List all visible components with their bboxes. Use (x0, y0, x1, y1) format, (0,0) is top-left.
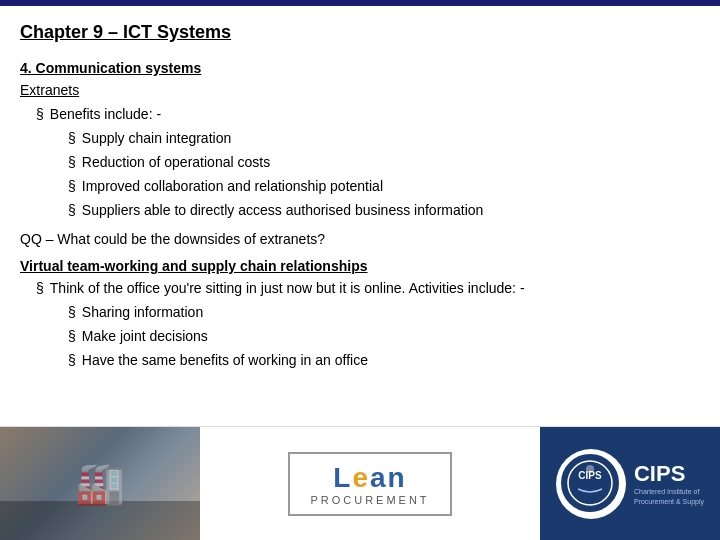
bullet-same-benefits: § Have the same benefits of working in a… (68, 350, 700, 371)
cips-text-area: CIPS Chartered Institute ofProcurement &… (634, 461, 704, 505)
bullet-char-5: § (68, 200, 76, 221)
footer-image-left (0, 427, 200, 541)
section1-heading: 4. Communication systems (20, 60, 201, 76)
bullet-char-1: § (36, 104, 44, 125)
bullet-joint: § Make joint decisions (68, 326, 700, 347)
cips-subtitle-text: Chartered Institute ofProcurement & Supp… (634, 487, 704, 505)
same-benefits-text: Have the same benefits of working in an … (82, 350, 368, 371)
bullet-collaboration: § Improved collaboration and relationshi… (68, 176, 700, 197)
bullet-char-9: § (68, 350, 76, 371)
qq-question: QQ – What could be the downsides of extr… (20, 231, 700, 247)
lean-logo: Lean Procurement (288, 452, 451, 516)
chapter-title: Chapter 9 – ICT Systems (20, 22, 700, 43)
bullet-reduction: § Reduction of operational costs (68, 152, 700, 173)
footer-logo-right: CIPS CIPS Chartered Institute ofProcurem… (540, 427, 720, 541)
lean-e: e (352, 462, 370, 493)
suppliers-text: Suppliers able to directly access author… (82, 200, 484, 221)
lean-a: a (370, 462, 388, 493)
bullet-suppliers: § Suppliers able to directly access auth… (68, 200, 700, 221)
bullet-supply-chain: § Supply chain integration (68, 128, 700, 149)
svg-point-0 (560, 453, 620, 513)
bullet-char-4: § (68, 176, 76, 197)
collaboration-text: Improved collaboration and relationship … (82, 176, 383, 197)
bullet-char-6: § (36, 278, 44, 299)
joint-text: Make joint decisions (82, 326, 208, 347)
think-text: Think of the office you're sitting in ju… (50, 278, 525, 299)
bullet-char-8: § (68, 326, 76, 347)
lean-logo-bottom: Procurement (310, 494, 429, 506)
lean-n: n (388, 462, 407, 493)
bullet-char-3: § (68, 152, 76, 173)
bullet-sharing: § Sharing information (68, 302, 700, 323)
svg-point-3 (586, 465, 594, 473)
lean-l: L (333, 462, 352, 493)
lean-logo-main: Lean (333, 462, 406, 494)
section2-heading: Virtual team-working and supply chain re… (20, 258, 367, 274)
supply-chain-text: Supply chain integration (82, 128, 231, 149)
bullet-think: § Think of the office you're sitting in … (36, 278, 700, 299)
cips-brand-text: CIPS (634, 461, 704, 487)
bullet-char-7: § (68, 302, 76, 323)
extranets-label: Extranets (20, 82, 79, 98)
cips-svg: CIPS (558, 451, 623, 516)
sharing-text: Sharing information (82, 302, 203, 323)
footer-logo-center: Lean Procurement (200, 452, 540, 516)
benefits-text: Benefits include: - (50, 104, 161, 125)
footer-area: Lean Procurement CIPS CIPS Chartered Ins… (0, 426, 720, 540)
content-area: Chapter 9 – ICT Systems 4. Communication… (0, 6, 720, 426)
cips-circle-icon: CIPS (556, 449, 626, 519)
bullet-char-2: § (68, 128, 76, 149)
bullet-benefits: § Benefits include: - (36, 104, 700, 125)
reduction-text: Reduction of operational costs (82, 152, 270, 173)
